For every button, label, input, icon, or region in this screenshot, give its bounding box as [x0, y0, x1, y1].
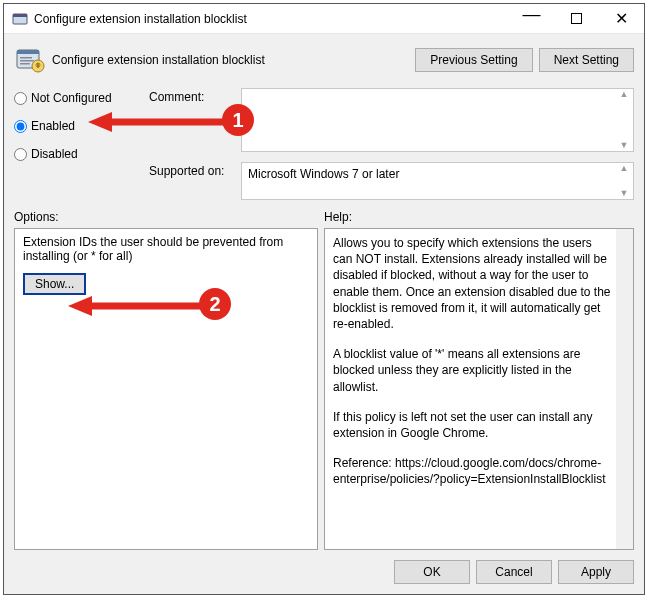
help-text-p3: If this policy is left not set the user … [333, 409, 611, 441]
header-row: Configure extension installation blockli… [14, 42, 634, 84]
svg-rect-5 [20, 57, 32, 59]
supported-on-label: Supported on: [149, 162, 241, 178]
supported-on-value-box: Microsoft Windows 7 or later ▲ ▼ [241, 162, 634, 200]
comment-textarea[interactable]: ▲ ▼ [241, 88, 634, 152]
policy-title: Configure extension installation blockli… [52, 53, 415, 67]
radio-enabled-input[interactable] [14, 120, 27, 133]
annotation-arrow-2 [68, 294, 204, 318]
svg-rect-2 [572, 14, 582, 24]
state-radio-group: Not Configured Enabled Disabled [14, 88, 149, 200]
annotation-badge-1: 1 [222, 104, 254, 136]
scroll-up-icon[interactable]: ▲ [616, 90, 632, 99]
options-prompt: Extension IDs the user should be prevent… [23, 235, 309, 263]
radio-not-configured-label: Not Configured [31, 91, 112, 105]
help-heading: Help: [324, 210, 634, 224]
policy-app-icon [12, 11, 28, 27]
annotation-arrow-1 [88, 110, 228, 134]
radio-not-configured[interactable]: Not Configured [14, 91, 149, 105]
dialog-footer: OK Cancel Apply [14, 550, 634, 584]
help-pane: Allows you to specify which extensions t… [324, 228, 634, 550]
svg-rect-7 [20, 63, 30, 65]
svg-marker-14 [68, 296, 92, 316]
svg-rect-6 [20, 60, 34, 62]
close-button[interactable]: ✕ [599, 4, 644, 33]
radio-not-configured-input[interactable] [14, 92, 27, 105]
scroll-down-icon[interactable]: ▼ [616, 189, 632, 198]
help-scrollbar[interactable] [616, 229, 633, 549]
ok-button[interactable]: OK [394, 560, 470, 584]
options-pane: Extension IDs the user should be prevent… [14, 228, 318, 550]
cancel-button[interactable]: Cancel [476, 560, 552, 584]
annotation-badge-2: 2 [199, 288, 231, 320]
next-setting-button[interactable]: Next Setting [539, 48, 634, 72]
window-title: Configure extension installation blockli… [34, 12, 509, 26]
help-text-p1: Allows you to specify which extensions t… [333, 235, 611, 332]
minimize-button[interactable]: — [509, 4, 554, 33]
svg-rect-4 [17, 50, 39, 54]
radio-disabled[interactable]: Disabled [14, 147, 149, 161]
svg-rect-1 [13, 14, 27, 17]
apply-button[interactable]: Apply [558, 560, 634, 584]
comment-label: Comment: [149, 88, 241, 104]
upper-section: Not Configured Enabled Disabled Comment:… [14, 84, 634, 200]
help-text-p2: A blocklist value of '*' means all exten… [333, 346, 611, 395]
help-text-p4: Reference: https://cloud.google.com/docs… [333, 455, 611, 487]
radio-disabled-label: Disabled [31, 147, 78, 161]
show-button[interactable]: Show... [23, 273, 86, 295]
supported-on-value: Microsoft Windows 7 or later [248, 167, 399, 181]
radio-disabled-input[interactable] [14, 148, 27, 161]
options-heading: Options: [14, 210, 324, 224]
policy-icon [14, 44, 46, 76]
previous-setting-button[interactable]: Previous Setting [415, 48, 532, 72]
scroll-down-icon[interactable]: ▼ [616, 141, 632, 150]
maximize-button[interactable] [554, 4, 599, 33]
radio-enabled-label: Enabled [31, 119, 75, 133]
window-controls: — ✕ [509, 4, 644, 33]
svg-marker-12 [88, 112, 112, 132]
titlebar[interactable]: Configure extension installation blockli… [4, 4, 644, 34]
scroll-up-icon[interactable]: ▲ [616, 164, 632, 173]
